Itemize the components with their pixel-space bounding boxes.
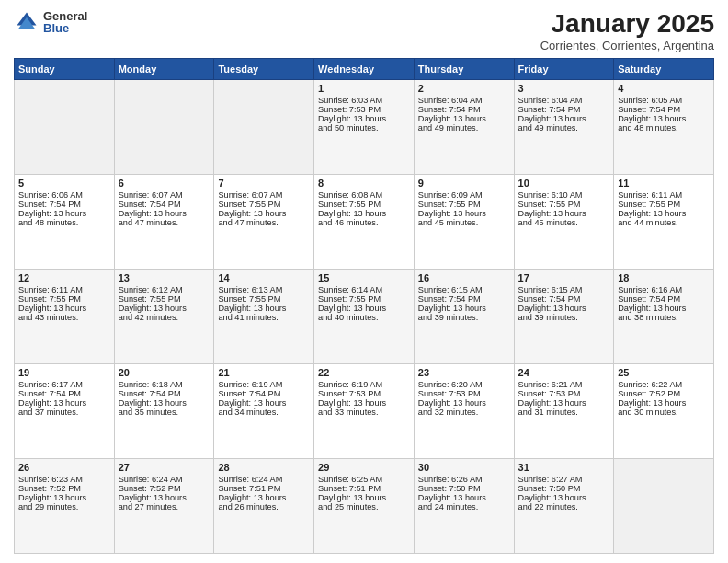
day-info: Sunrise: 6:20 AM [418, 380, 510, 389]
logo-icon [14, 9, 40, 35]
day-number: 15 [318, 272, 410, 283]
day-number: 2 [418, 83, 510, 94]
calendar-cell: 19Sunrise: 6:17 AMSunset: 7:54 PMDayligh… [15, 364, 115, 459]
day-number: 26 [18, 462, 110, 473]
day-info: and 29 minutes. [18, 502, 110, 511]
calendar-cell: 6Sunrise: 6:07 AMSunset: 7:54 PMDaylight… [114, 175, 214, 270]
day-info: Sunset: 7:55 PM [318, 294, 410, 304]
day-number: 30 [418, 462, 510, 473]
day-info: Sunset: 7:54 PM [119, 389, 210, 398]
logo-blue: Blue [43, 22, 87, 34]
day-info: and 30 minutes. [618, 408, 710, 417]
day-info: and 32 minutes. [418, 408, 510, 417]
calendar-cell: 11Sunrise: 6:11 AMSunset: 7:55 PMDayligh… [614, 175, 714, 270]
day-info: Sunset: 7:53 PM [418, 389, 510, 398]
day-number: 6 [119, 178, 210, 189]
day-info: Sunrise: 6:03 AM [318, 96, 410, 105]
day-info: and 40 minutes. [318, 313, 410, 322]
day-info: Sunset: 7:52 PM [18, 484, 110, 493]
day-info: Sunrise: 6:07 AM [218, 190, 310, 200]
day-info: Daylight: 13 hours [518, 114, 610, 123]
day-info: Sunrise: 6:06 AM [18, 190, 110, 200]
calendar-cell: 5Sunrise: 6:06 AMSunset: 7:54 PMDaylight… [15, 175, 115, 270]
day-number: 11 [618, 178, 710, 189]
day-info: Sunrise: 6:21 AM [518, 380, 610, 389]
day-number: 27 [119, 462, 210, 473]
day-info: and 22 minutes. [518, 502, 610, 511]
day-info: Sunset: 7:55 PM [418, 200, 510, 209]
header-day: Monday [114, 59, 214, 80]
calendar-cell: 17Sunrise: 6:15 AMSunset: 7:54 PMDayligh… [514, 270, 614, 364]
day-info: and 39 minutes. [518, 313, 610, 322]
title-block: January 2025 Corrientes, Corrientes, Arg… [540, 9, 714, 52]
day-info: Sunrise: 6:11 AM [618, 190, 710, 200]
day-info: and 45 minutes. [518, 218, 610, 227]
day-info: Daylight: 13 hours [18, 209, 110, 218]
calendar-cell: 12Sunrise: 6:11 AMSunset: 7:55 PMDayligh… [15, 270, 115, 364]
day-info: Daylight: 13 hours [18, 493, 110, 502]
day-info: Sunrise: 6:15 AM [518, 285, 610, 294]
day-info: Sunrise: 6:19 AM [218, 380, 310, 389]
day-info: Sunset: 7:54 PM [18, 200, 110, 209]
day-info: Sunset: 7:55 PM [18, 294, 110, 304]
calendar-cell: 3Sunrise: 6:04 AMSunset: 7:54 PMDaylight… [514, 80, 614, 175]
calendar-cell: 22Sunrise: 6:19 AMSunset: 7:53 PMDayligh… [314, 364, 415, 459]
day-info: Sunrise: 6:07 AM [119, 190, 210, 200]
day-info: and 35 minutes. [119, 408, 210, 417]
day-info: Sunrise: 6:22 AM [618, 380, 710, 389]
day-info: and 43 minutes. [18, 313, 110, 322]
calendar-cell: 8Sunrise: 6:08 AMSunset: 7:55 PMDaylight… [314, 175, 415, 270]
day-info: Daylight: 13 hours [218, 304, 310, 313]
day-info: and 25 minutes. [318, 502, 410, 511]
day-number: 12 [18, 272, 110, 283]
calendar-cell: 24Sunrise: 6:21 AMSunset: 7:53 PMDayligh… [514, 364, 614, 459]
day-info: Sunrise: 6:25 AM [318, 475, 410, 484]
header-day: Sunday [15, 59, 115, 80]
day-info: Daylight: 13 hours [518, 304, 610, 313]
day-info: and 50 minutes. [318, 123, 410, 132]
day-info: Daylight: 13 hours [218, 493, 310, 502]
day-number: 31 [518, 462, 610, 473]
day-info: Daylight: 13 hours [418, 304, 510, 313]
day-info: and 49 minutes. [518, 123, 610, 132]
day-info: and 34 minutes. [218, 408, 310, 417]
day-info: Sunrise: 6:08 AM [318, 190, 410, 200]
day-info: Daylight: 13 hours [418, 398, 510, 408]
day-number: 18 [618, 272, 710, 283]
day-number: 9 [418, 178, 510, 189]
day-info: Sunset: 7:51 PM [318, 484, 410, 493]
day-info: Daylight: 13 hours [119, 493, 210, 502]
day-info: Daylight: 13 hours [318, 398, 410, 408]
header-day: Wednesday [314, 59, 415, 80]
day-info: Daylight: 13 hours [618, 114, 710, 123]
day-info: Sunset: 7:54 PM [618, 294, 710, 304]
day-info: Sunset: 7:50 PM [518, 484, 610, 493]
day-info: and 38 minutes. [618, 313, 710, 322]
day-info: and 31 minutes. [518, 408, 610, 417]
header-day: Tuesday [214, 59, 314, 80]
calendar-header: SundayMondayTuesdayWednesdayThursdayFrid… [15, 59, 714, 80]
day-number: 1 [318, 83, 410, 94]
day-info: Sunset: 7:51 PM [218, 484, 310, 493]
day-info: Sunrise: 6:13 AM [218, 285, 310, 294]
day-info: and 24 minutes. [418, 502, 510, 511]
day-info: Sunset: 7:53 PM [318, 105, 410, 114]
day-info: Sunrise: 6:17 AM [18, 380, 110, 389]
calendar-cell: 15Sunrise: 6:14 AMSunset: 7:55 PMDayligh… [314, 270, 415, 364]
day-info: and 26 minutes. [218, 502, 310, 511]
day-info: and 46 minutes. [318, 218, 410, 227]
day-number: 20 [119, 367, 210, 378]
day-info: and 49 minutes. [418, 123, 510, 132]
day-number: 17 [518, 272, 610, 283]
calendar-cell [614, 459, 714, 554]
day-info: Sunrise: 6:09 AM [418, 190, 510, 200]
day-info: Sunset: 7:52 PM [618, 389, 710, 398]
calendar: SundayMondayTuesdayWednesdayThursdayFrid… [14, 58, 714, 554]
calendar-cell: 13Sunrise: 6:12 AMSunset: 7:55 PMDayligh… [114, 270, 214, 364]
logo-text: General Blue [43, 10, 87, 34]
day-info: Daylight: 13 hours [618, 209, 710, 218]
day-number: 29 [318, 462, 410, 473]
day-info: Daylight: 13 hours [18, 304, 110, 313]
header-row: SundayMondayTuesdayWednesdayThursdayFrid… [15, 59, 714, 80]
day-info: Daylight: 13 hours [618, 398, 710, 408]
